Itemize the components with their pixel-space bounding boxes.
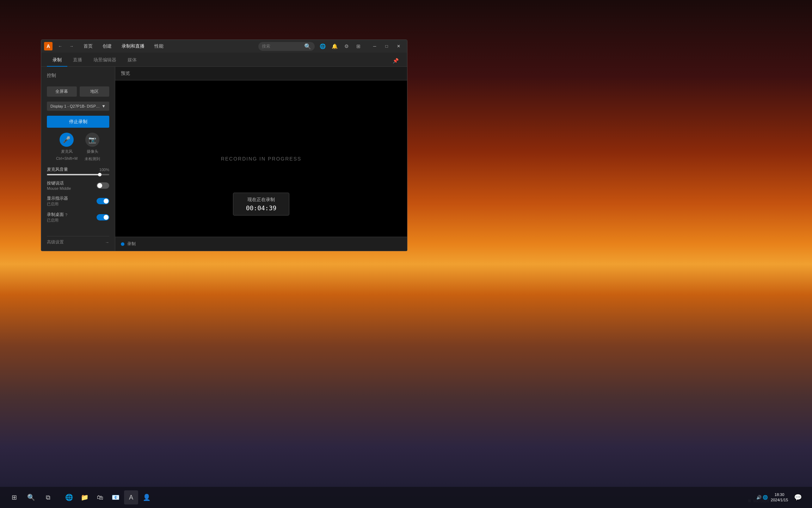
taskbar-items: 🌐 📁 🛍 📧 A 👤 [59, 490, 756, 504]
menu-record-live[interactable]: 录制和直播 [117, 42, 149, 51]
push-to-talk-setting: 按键说话 Mouse Middle [47, 180, 109, 190]
record-desktop-sublabel: 已启用 [47, 218, 67, 223]
back-button[interactable]: ← [55, 41, 65, 51]
taskbar-date-display: 2024/1/15 [771, 497, 788, 503]
record-indicator-dot [121, 242, 124, 246]
content-area: 控制 全屏幕 地区 Display 1 - Q27P1B- DISPLA... … [41, 67, 407, 251]
tab-live[interactable]: 直播 [67, 54, 88, 67]
maximize-button[interactable]: □ [381, 42, 392, 50]
toggle-thumb-2 [104, 199, 109, 204]
minimize-button[interactable]: ─ [369, 42, 380, 50]
preview-header: 预览 [115, 67, 407, 80]
capture-mode-buttons: 全屏幕 地区 [47, 86, 109, 97]
taskbar-edge-icon[interactable]: 🌐 [62, 490, 76, 504]
recording-status-overlay: 现在正在录制 00:04:39 [233, 193, 289, 216]
microphone-icon[interactable]: 🎤 [60, 133, 74, 147]
mic-shortcut: Ctrl+Shift+M [56, 156, 78, 161]
recording-status-text: 现在正在录制 [242, 196, 281, 203]
volume-label-row: 麦克风音量 100% [47, 167, 109, 173]
device-section: 🎤 麦克风 Ctrl+Shift+M 📷 摄像头 未检测到 [47, 133, 109, 162]
camera-label: 摄像头 [87, 149, 98, 154]
advanced-arrow-icon: → [105, 240, 109, 245]
show-indicator-label: 显示指示器 [47, 195, 68, 201]
chevron-down-icon: ▼ [102, 104, 106, 109]
volume-label: 麦克风音量 [47, 167, 68, 173]
push-to-talk-toggle[interactable] [97, 182, 109, 189]
push-to-talk-row: 按键说话 Mouse Middle [47, 180, 109, 190]
menu-bar: 首页 创建 录制和直播 性能 [79, 42, 256, 51]
close-button[interactable]: ✕ [393, 42, 404, 50]
recording-timer: 00:04:39 [242, 204, 281, 212]
show-indicator-labels: 显示指示器 已启用 [47, 195, 68, 207]
search-input[interactable] [262, 44, 302, 49]
tab-record[interactable]: 录制 [47, 54, 67, 67]
stop-recording-button[interactable]: 停止录制 [47, 116, 109, 128]
taskbar-clock: 18:30 2024/1/15 [771, 492, 788, 503]
settings-button[interactable]: ⚙ [342, 41, 351, 51]
task-view-button[interactable]: ⧉ [41, 490, 55, 504]
record-footer-label: 录制 [127, 241, 136, 247]
capture-button[interactable]: ⊞ [353, 41, 363, 51]
preview-label: 预览 [121, 71, 130, 76]
taskbar-amd-icon[interactable]: A [124, 490, 138, 504]
record-desktop-row: 录制桌面 ? 已启用 [47, 212, 109, 223]
record-desktop-toggle[interactable] [97, 214, 109, 220]
record-desktop-help-icon[interactable]: ? [65, 213, 67, 217]
notification-button[interactable]: 🔔 [330, 41, 339, 51]
taskbar-time-display: 18:30 [771, 492, 788, 497]
forward-button[interactable]: → [67, 41, 76, 51]
camera-icon[interactable]: 📷 [85, 133, 99, 147]
globe-button[interactable]: 🌐 [318, 41, 327, 51]
show-indicator-toggle[interactable] [97, 198, 109, 204]
search-icon: 🔍 [304, 43, 311, 50]
window-controls: ─ □ ✕ [369, 42, 404, 50]
tab-media[interactable]: 媒体 [122, 54, 142, 67]
taskbar-explorer-icon[interactable]: 📁 [78, 490, 92, 504]
recording-in-progress-text: RECORDING IN PROGRESS [221, 156, 302, 162]
search-taskbar-button[interactable]: 🔍 [24, 490, 38, 504]
toggle-thumb-3 [104, 215, 109, 220]
start-button[interactable]: ⊞ [7, 490, 21, 504]
toggle-thumb [97, 183, 102, 188]
preview-area: RECORDING IN PROGRESS 现在正在录制 00:04:39 [115, 80, 407, 237]
app-window: A ← → 首页 创建 录制和直播 性能 🔍 🌐 🔔 ⚙ ⊞ ─ □ ✕ [41, 40, 407, 251]
taskbar-extra-icon[interactable]: 👤 [140, 490, 154, 504]
tab-scene-editor[interactable]: 场景编辑器 [88, 54, 122, 67]
camera-status: 未检测到 [85, 156, 100, 162]
mic-label: 麦克风 [61, 149, 73, 154]
advanced-settings-link[interactable]: 高级设置 → [47, 236, 109, 245]
tab-bar: 录制 直播 场景编辑器 媒体 📌 [41, 53, 407, 67]
show-indicator-setting: 显示指示器 已启用 [47, 195, 109, 207]
volume-value: 100% [99, 168, 109, 172]
volume-setting: 麦克风音量 100% [47, 167, 109, 175]
menu-create[interactable]: 创建 [98, 42, 116, 51]
pin-icon[interactable]: 📌 [390, 55, 401, 66]
title-actions: 🌐 🔔 ⚙ ⊞ [318, 41, 363, 51]
advanced-settings-label: 高级设置 [47, 239, 64, 245]
taskbar-mail-icon[interactable]: 📧 [109, 490, 123, 504]
app-logo: A [44, 42, 53, 50]
taskbar-tray: 🔊 🌐 18:30 2024/1/15 💬 [756, 490, 808, 504]
push-to-talk-labels: 按键说话 Mouse Middle [47, 180, 71, 190]
section-title: 控制 [47, 72, 109, 79]
region-button[interactable]: 地区 [80, 86, 110, 97]
menu-home[interactable]: 首页 [79, 42, 97, 51]
push-to-talk-label: 按键说话 [47, 180, 71, 186]
taskbar-store-icon[interactable]: 🛍 [93, 490, 107, 504]
record-desktop-label-group: 录制桌面 ? 已启用 [47, 212, 67, 223]
display-select[interactable]: Display 1 - Q27P1B- DISPLA... ▼ [47, 102, 109, 111]
full-screen-button[interactable]: 全屏幕 [47, 86, 77, 97]
taskbar: ⊞ 🔍 ⧉ 🌐 📁 🛍 📧 A 👤 🔊 🌐 18:30 2024/1/15 💬 [0, 487, 812, 508]
left-panel: 控制 全屏幕 地区 Display 1 - Q27P1B- DISPLA... … [41, 67, 115, 251]
volume-slider[interactable] [47, 174, 109, 175]
show-indicator-row: 显示指示器 已启用 [47, 195, 109, 207]
title-bar: A ← → 首页 创建 录制和直播 性能 🔍 🌐 🔔 ⚙ ⊞ ─ □ ✕ [41, 40, 407, 53]
push-to-talk-sublabel: Mouse Middle [47, 186, 71, 190]
volume-thumb [98, 173, 102, 176]
right-panel: 预览 RECORDING IN PROGRESS 现在正在录制 00:04:39… [115, 67, 407, 251]
menu-performance[interactable]: 性能 [150, 42, 168, 51]
nav-buttons: ← → [55, 41, 76, 51]
camera-device: 📷 摄像头 未检测到 [85, 133, 100, 162]
taskbar-start-area: ⊞ 🔍 ⧉ [4, 490, 59, 504]
notification-center-button[interactable]: 💬 [791, 490, 805, 504]
